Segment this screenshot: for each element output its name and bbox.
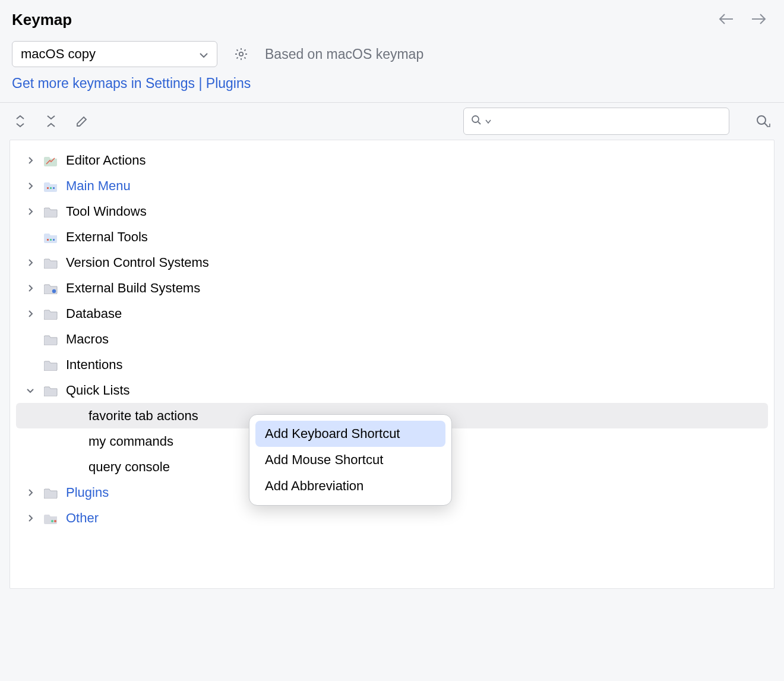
svg-rect-4 <box>50 187 52 189</box>
folder-other-icon <box>43 510 59 526</box>
svg-rect-6 <box>47 239 49 241</box>
menu-item-add-mouse-shortcut[interactable]: Add Mouse Shortcut <box>255 447 445 473</box>
page-title: Keymap <box>12 11 72 29</box>
tree-label: Tool Windows <box>66 204 147 219</box>
tree-label: my commands <box>88 434 173 449</box>
keymap-selected-label: macOS copy <box>21 46 96 62</box>
tree-row-external-tools[interactable]: External Tools <box>10 224 774 250</box>
svg-point-0 <box>239 52 243 56</box>
tree-label: External Tools <box>66 229 148 245</box>
folder-menu-icon <box>43 178 59 194</box>
tree-row-main-menu[interactable]: Main Menu <box>10 173 774 198</box>
chevron-right-icon <box>24 489 36 496</box>
tree-row-quick-lists[interactable]: Quick Lists <box>10 377 774 403</box>
find-by-shortcut-icon[interactable] <box>753 112 772 131</box>
svg-point-9 <box>52 289 56 292</box>
tree-label: Main Menu <box>66 178 131 194</box>
tree-label: Plugins <box>66 485 109 500</box>
folder-icon <box>43 332 59 347</box>
folder-icon <box>43 204 59 219</box>
chevron-right-icon <box>24 515 36 522</box>
tree-label: Version Control Systems <box>66 255 209 270</box>
chevron-right-icon <box>24 208 36 215</box>
edit-icon[interactable] <box>74 113 90 130</box>
svg-rect-5 <box>53 187 55 189</box>
tree-label: Database <box>66 306 122 321</box>
svg-rect-7 <box>50 239 52 241</box>
chevron-right-icon <box>24 310 36 317</box>
tree-row-other[interactable]: Other <box>10 505 774 531</box>
menu-item-add-keyboard-shortcut[interactable]: Add Keyboard Shortcut <box>255 421 445 447</box>
tree-label: query console <box>88 459 170 475</box>
folder-editor-icon <box>43 153 59 168</box>
folder-icon <box>43 383 59 398</box>
nav-back-icon[interactable] <box>719 13 734 27</box>
nav-forward-icon[interactable] <box>751 13 766 27</box>
chevron-right-icon <box>24 182 36 190</box>
tree-row-editor-actions[interactable]: Editor Actions <box>10 147 774 173</box>
tree-row-macros[interactable]: Macros <box>10 326 774 352</box>
tree-label: Other <box>66 510 99 526</box>
chevron-right-icon <box>24 157 36 164</box>
search-input[interactable] <box>495 115 722 128</box>
svg-point-1 <box>472 116 479 122</box>
collapse-all-icon[interactable] <box>43 113 59 130</box>
svg-rect-3 <box>47 187 49 189</box>
tree-row-tool-windows[interactable]: Tool Windows <box>10 198 774 224</box>
tree-row-intentions[interactable]: Intentions <box>10 352 774 377</box>
tree-label: Macros <box>66 332 109 347</box>
context-menu: Add Keyboard Shortcut Add Mouse Shortcut… <box>249 414 452 506</box>
svg-point-2 <box>757 116 766 124</box>
tree-row-database[interactable]: Database <box>10 301 774 326</box>
tree-row-external-build[interactable]: External Build Systems <box>10 275 774 301</box>
chevron-down-icon <box>24 387 36 393</box>
search-icon <box>471 115 482 128</box>
folder-icon <box>43 255 59 270</box>
svg-rect-8 <box>53 239 55 241</box>
tree-label: Quick Lists <box>66 383 130 398</box>
chevron-right-icon <box>24 259 36 266</box>
folder-icon <box>43 306 59 321</box>
tree-label: favorite tab actions <box>88 408 198 424</box>
svg-point-11 <box>54 520 56 522</box>
folder-icon <box>43 357 59 373</box>
chevron-down-icon <box>199 46 208 62</box>
keymap-select[interactable]: macOS copy <box>12 41 217 67</box>
search-input-container <box>463 108 729 135</box>
action-tree: Editor Actions Main Menu Tool Windows Ex… <box>10 140 774 589</box>
tree-label: Intentions <box>66 357 122 373</box>
svg-point-10 <box>51 520 53 522</box>
search-dropdown-icon[interactable] <box>485 116 491 127</box>
tree-label: External Build Systems <box>66 280 200 296</box>
tree-label: Editor Actions <box>66 153 146 168</box>
folder-icon <box>43 485 59 500</box>
expand-all-icon[interactable] <box>12 113 29 130</box>
gear-icon[interactable] <box>233 46 249 62</box>
folder-ext-icon <box>43 229 59 245</box>
get-more-keymaps-link[interactable]: Get more keymaps in Settings | Plugins <box>12 75 251 91</box>
tree-row-vcs[interactable]: Version Control Systems <box>10 250 774 275</box>
folder-gear-icon <box>43 280 59 296</box>
menu-item-add-abbreviation[interactable]: Add Abbreviation <box>255 473 445 499</box>
based-on-label: Based on macOS keymap <box>265 46 423 62</box>
chevron-right-icon <box>24 285 36 292</box>
